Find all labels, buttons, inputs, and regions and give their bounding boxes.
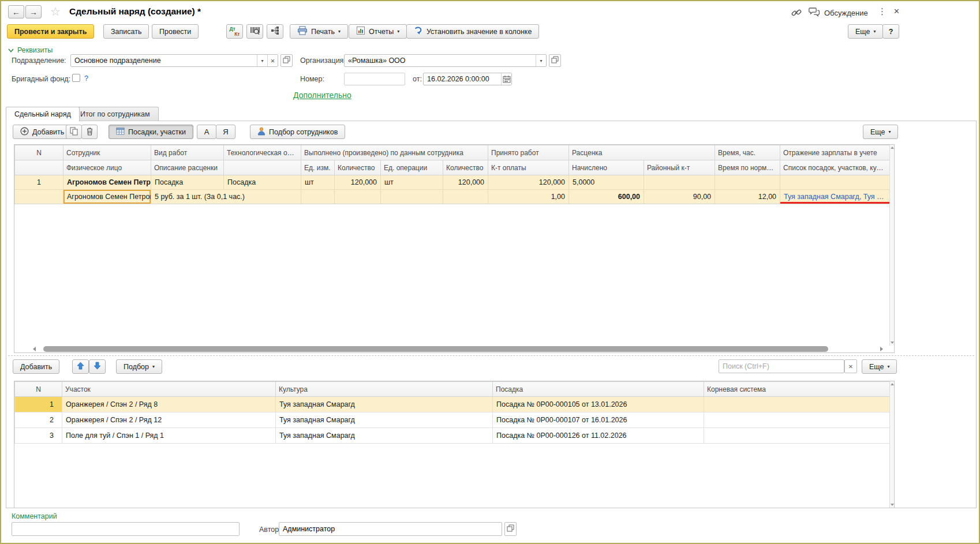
cell-empty[interactable]: [381, 190, 443, 204]
cell-unit[interactable]: шт: [301, 175, 335, 190]
scroll-up-icon[interactable]: [891, 383, 894, 385]
cell-row-number-sub[interactable]: [15, 190, 63, 204]
comment-input[interactable]: [12, 522, 240, 536]
pick-employees-button[interactable]: Подбор сотрудников: [250, 125, 345, 139]
cell-accrued[interactable]: 600,00: [569, 190, 644, 204]
cell-district-k[interactable]: [644, 175, 715, 190]
cell-culture[interactable]: Туя западная Смарагд: [276, 397, 493, 412]
cell-planting[interactable]: Посадка № 0Р00-000126 от 11.02.2026: [493, 428, 704, 444]
search-input[interactable]: [719, 359, 844, 373]
department-clear-icon[interactable]: ✕: [267, 55, 278, 66]
cell-op-unit[interactable]: шт: [381, 175, 443, 190]
organization-field[interactable]: «Ромашка» ООО ▾: [344, 54, 547, 67]
author-input[interactable]: [279, 522, 502, 536]
panel-splitter[interactable]: [8, 355, 974, 356]
additional-link[interactable]: Дополнительно: [293, 91, 351, 100]
cell-row-number[interactable]: 3: [15, 428, 62, 444]
cell-plot[interactable]: Поле для туй / Спэн 1 / Ряд 1: [62, 428, 276, 444]
delete-row-button[interactable]: [81, 125, 98, 139]
link-icon[interactable]: [791, 7, 802, 20]
cell-empty[interactable]: [335, 190, 381, 204]
cell-employee[interactable]: Агрономов Семен Петрович: [63, 175, 151, 190]
scroll-up-icon[interactable]: [891, 147, 894, 149]
cell-planting[interactable]: Посадка № 0Р00-000107 от 16.01.2026: [493, 412, 704, 428]
cell-qty[interactable]: 120,000: [335, 175, 381, 190]
number-input[interactable]: [344, 73, 405, 85]
work-table-more-button[interactable]: Еще▾: [863, 125, 898, 139]
author-open-button[interactable]: [504, 522, 517, 536]
cell-accepted-qty[interactable]: 120,000: [488, 175, 569, 190]
move-up-button[interactable]: [72, 359, 89, 374]
copy-row-button[interactable]: [66, 125, 82, 139]
plantings-areas-toggle-button[interactable]: Посадки, участки: [109, 125, 193, 139]
pick-button[interactable]: Подбор▾: [116, 359, 162, 374]
scrollbar-thumb[interactable]: [43, 346, 828, 352]
cell-rate-description[interactable]: 5 руб. за 1 шт. (За 0,1 час.): [151, 190, 301, 204]
commandbar-more-button[interactable]: Еще▾: [848, 24, 883, 39]
print-button[interactable]: Печать▾: [290, 24, 348, 39]
cell-row-number-current[interactable]: 1: [15, 397, 62, 412]
scroll-left-icon[interactable]: [33, 347, 36, 351]
search-clear-button[interactable]: ✕: [844, 359, 857, 373]
brigade-fund-help-link[interactable]: ?: [84, 74, 88, 82]
work-add-button[interactable]: Добавить: [13, 125, 72, 139]
tab-piecework-order[interactable]: Сдельный наряд: [6, 107, 80, 121]
cell-rate[interactable]: 5,0000: [569, 175, 644, 190]
sort-desc-button[interactable]: Я: [216, 125, 235, 139]
help-button[interactable]: ?: [882, 24, 899, 39]
cell-pay-coefficient[interactable]: 1,00: [488, 190, 569, 204]
cell-row-number[interactable]: 2: [15, 412, 62, 428]
set-column-value-button[interactable]: Установить значение в колонке: [406, 24, 539, 39]
work-table-horizontal-scrollbar[interactable]: [14, 346, 889, 352]
cell-root-system[interactable]: [704, 428, 890, 444]
favorite-star-icon[interactable]: ☆: [50, 5, 61, 18]
sort-asc-button[interactable]: А: [197, 125, 216, 139]
cell-work-type[interactable]: Посадка: [151, 175, 224, 190]
write-button[interactable]: Записать: [103, 24, 149, 39]
cell-plot[interactable]: Оранжерея / Спэн 2 / Ряд 8: [62, 397, 276, 412]
cell-root-system[interactable]: [704, 412, 890, 428]
structure-button[interactable]: [267, 24, 283, 39]
brigade-fund-checkbox[interactable]: [72, 74, 80, 82]
scroll-down-icon[interactable]: [891, 342, 894, 344]
cell-op-qty[interactable]: 120,000: [443, 175, 488, 190]
post-button[interactable]: Провести: [152, 24, 199, 39]
cell-time-norm[interactable]: 12,00: [715, 190, 780, 204]
plots-table-vertical-scrollbar[interactable]: [889, 381, 894, 508]
back-button[interactable]: ←: [8, 5, 24, 18]
cell-culture[interactable]: Туя западная Смарагд: [276, 412, 493, 428]
department-dropdown-icon[interactable]: ▾: [257, 55, 267, 66]
cell-plantings-list[interactable]: [780, 175, 890, 190]
dt-kt-postings-button[interactable]: ДтКт: [226, 24, 243, 39]
cell-culture[interactable]: Туя западная Смарагд: [276, 428, 493, 444]
cell-plantings-list-value[interactable]: Туя западная Смарагд, Туя западн...: [780, 190, 890, 204]
reports-button[interactable]: Отчеты▾: [349, 24, 407, 39]
cell-plot[interactable]: Оранжерея / Спэн 2 / Ряд 12: [62, 412, 276, 428]
requisites-toggle[interactable]: Реквизиты: [8, 46, 53, 54]
plots-add-button[interactable]: Добавить: [13, 359, 59, 374]
discussion-button[interactable]: Обсуждение: [809, 7, 868, 19]
cell-empty[interactable]: [443, 190, 488, 204]
plots-more-button[interactable]: Еще▾: [862, 359, 897, 374]
forward-button[interactable]: →: [25, 5, 42, 18]
menu-dots-icon[interactable]: ⋮: [878, 6, 887, 17]
post-and-close-button[interactable]: Провести и закрыть: [7, 24, 94, 39]
department-open-button[interactable]: [280, 54, 293, 67]
cell-person-active[interactable]: Агрономов Семен Петрович: [63, 190, 151, 204]
date-field[interactable]: 16.02.2026 0:00:00: [423, 73, 512, 85]
cell-district-coefficient[interactable]: 90,00: [644, 190, 715, 204]
cell-root-system[interactable]: [704, 397, 890, 412]
cell-planting[interactable]: Посадка № 0Р00-000105 от 13.01.2026: [493, 397, 704, 412]
cell-row-number[interactable]: 1: [15, 175, 63, 190]
department-field[interactable]: Основное подразделение ▾ ✕: [70, 54, 278, 67]
move-down-button[interactable]: [89, 359, 106, 374]
scroll-right-icon[interactable]: [880, 347, 883, 351]
scroll-down-icon[interactable]: [891, 504, 894, 506]
cell-time[interactable]: [715, 175, 780, 190]
calendar-icon[interactable]: [501, 73, 511, 85]
organization-dropdown-icon[interactable]: ▾: [536, 55, 546, 66]
cell-empty[interactable]: [301, 190, 335, 204]
work-table-vertical-scrollbar[interactable]: [889, 145, 894, 346]
organization-open-button[interactable]: [549, 54, 561, 67]
close-icon[interactable]: ✕: [893, 7, 900, 16]
